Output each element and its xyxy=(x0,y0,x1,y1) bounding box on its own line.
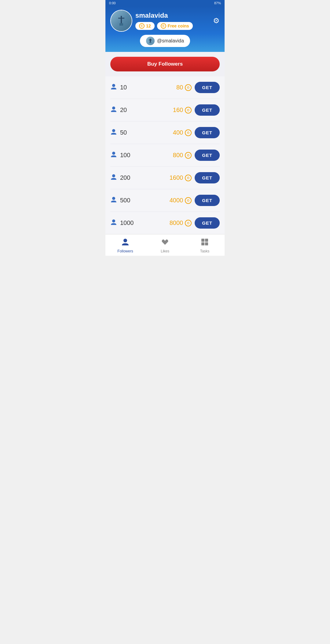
follower-count: 50 xyxy=(120,129,127,136)
free-coin-icon: © xyxy=(161,23,166,29)
item-left: 200 xyxy=(110,174,130,182)
username: smalavida xyxy=(135,12,193,20)
person-icon xyxy=(110,151,117,160)
person-icon xyxy=(110,106,117,114)
item-right: 800 © GET xyxy=(173,150,220,161)
get-button[interactable]: GET xyxy=(195,82,220,93)
person-icon xyxy=(110,174,117,182)
item-right: 8000 © GET xyxy=(170,217,220,229)
price-amount: 80 xyxy=(176,84,183,91)
followers-nav-label: Followers xyxy=(117,249,133,253)
svg-rect-15 xyxy=(205,239,208,242)
nav-item-tasks[interactable]: Tasks xyxy=(185,237,225,255)
person-icon xyxy=(110,196,117,205)
tasks-nav-icon xyxy=(201,238,209,248)
nav-item-followers[interactable]: Followers xyxy=(105,237,145,255)
coin-icon: © xyxy=(139,23,145,29)
price-amount: 800 xyxy=(173,152,183,159)
svg-point-9 xyxy=(112,152,115,155)
svg-point-10 xyxy=(112,174,115,177)
price-display: 8000 © xyxy=(170,219,192,226)
coin-count-badge[interactable]: © 12 xyxy=(135,22,155,30)
header: smalavida © 12 © Free coins ⚙ xyxy=(105,6,225,52)
get-button[interactable]: GET xyxy=(195,104,220,116)
follower-count: 100 xyxy=(120,152,130,159)
price-display: 160 © xyxy=(173,107,192,114)
get-button[interactable]: GET xyxy=(195,127,220,138)
follower-item: 500 4000 © GET xyxy=(110,189,220,212)
follower-count: 10 xyxy=(120,84,127,91)
price-display: 80 © xyxy=(176,84,192,91)
price-display: 4000 © xyxy=(170,197,192,204)
svg-point-13 xyxy=(123,239,127,242)
handle-badge[interactable]: @smalavida xyxy=(140,35,190,47)
likes-nav-icon xyxy=(161,238,169,248)
handle-avatar-icon xyxy=(146,37,155,45)
price-coin-icon: © xyxy=(185,84,192,91)
svg-rect-0 xyxy=(121,16,122,23)
item-right: 1600 © GET xyxy=(170,172,220,183)
svg-point-6 xyxy=(112,84,115,87)
get-button[interactable]: GET xyxy=(195,150,220,161)
coins-row: © 12 © Free coins xyxy=(135,22,193,30)
free-coins-badge[interactable]: © Free coins xyxy=(157,22,193,30)
buy-followers-button[interactable]: Buy Followers xyxy=(110,57,220,71)
user-info: smalavida © 12 © Free coins xyxy=(135,12,193,30)
settings-button[interactable]: ⚙ xyxy=(213,16,220,25)
price-amount: 160 xyxy=(173,107,183,114)
price-display: 1600 © xyxy=(170,174,192,181)
likes-nav-label: Likes xyxy=(161,249,169,253)
svg-rect-17 xyxy=(205,242,208,245)
follower-count: 20 xyxy=(120,107,127,114)
follower-item: 20 160 © GET xyxy=(110,99,220,121)
price-amount: 8000 xyxy=(170,219,183,226)
status-bar: 0:00 87% xyxy=(105,0,225,6)
price-coin-icon: © xyxy=(185,175,192,181)
price-amount: 4000 xyxy=(170,197,183,204)
item-left: 20 xyxy=(110,106,127,114)
followers-nav-icon xyxy=(121,238,129,248)
item-left: 10 xyxy=(110,83,127,92)
item-left: 50 xyxy=(110,128,127,137)
item-right: 80 © GET xyxy=(176,82,220,93)
get-button[interactable]: GET xyxy=(195,217,220,229)
follower-item: 1000 8000 © GET xyxy=(110,212,220,234)
price-coin-icon: © xyxy=(185,152,192,159)
follower-count: 1000 xyxy=(120,219,134,226)
item-right: 160 © GET xyxy=(173,104,220,116)
handle-text: @smalavida xyxy=(157,38,184,44)
svg-point-11 xyxy=(112,197,115,200)
price-amount: 1600 xyxy=(170,174,183,181)
status-battery: 87% xyxy=(214,1,221,5)
person-icon xyxy=(110,83,117,92)
status-time: 0:00 xyxy=(109,1,116,5)
coin-count: 12 xyxy=(146,24,151,28)
price-coin-icon: © xyxy=(185,107,192,114)
svg-rect-4 xyxy=(149,40,152,40)
price-display: 400 © xyxy=(173,129,192,136)
price-display: 800 © xyxy=(173,152,192,159)
svg-point-12 xyxy=(112,219,115,223)
svg-rect-1 xyxy=(118,18,124,19)
follower-count: 200 xyxy=(120,174,130,181)
item-left: 1000 xyxy=(110,219,134,227)
follower-item: 50 400 © GET xyxy=(110,121,220,144)
item-left: 100 xyxy=(110,151,130,160)
person-icon xyxy=(110,219,117,227)
follower-item: 10 80 © GET xyxy=(110,76,220,99)
tasks-nav-label: Tasks xyxy=(200,249,210,253)
svg-rect-2 xyxy=(119,23,123,26)
nav-item-likes[interactable]: Likes xyxy=(145,237,185,255)
get-button[interactable]: GET xyxy=(195,172,220,183)
follower-count: 500 xyxy=(120,197,130,204)
person-icon xyxy=(110,128,117,137)
svg-point-7 xyxy=(112,107,115,110)
svg-rect-14 xyxy=(201,239,204,242)
buy-section: Buy Followers xyxy=(105,52,225,76)
item-right: 400 © GET xyxy=(173,127,220,138)
get-button[interactable]: GET xyxy=(195,195,220,206)
svg-point-8 xyxy=(112,129,115,132)
follower-item: 100 800 © GET xyxy=(110,144,220,167)
item-left: 500 xyxy=(110,196,130,205)
avatar xyxy=(110,10,132,32)
